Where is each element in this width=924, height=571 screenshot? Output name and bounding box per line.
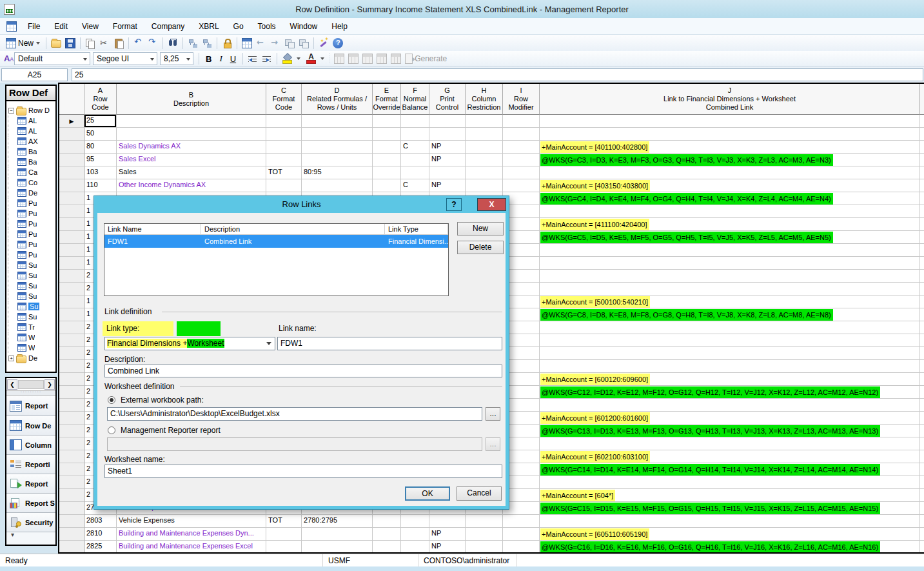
italic-button[interactable]: I: [215, 54, 226, 64]
wizard-wand-icon[interactable]: [317, 37, 331, 50]
cell-G[interactable]: NP: [429, 541, 466, 554]
row-header-cell[interactable]: [59, 463, 84, 476]
cell-J[interactable]: [540, 360, 920, 373]
row-header-cell[interactable]: [59, 244, 84, 257]
redo-icon[interactable]: [146, 37, 160, 50]
cell-E[interactable]: [373, 179, 401, 192]
nav-options-chevron[interactable]: [6, 532, 55, 542]
nav-button-report-s[interactable]: Report S: [6, 493, 55, 512]
cell-A[interactable]: 80: [84, 141, 117, 154]
cell-C[interactable]: [266, 128, 302, 141]
cell-F[interactable]: [401, 541, 429, 554]
menu-go[interactable]: Go: [226, 19, 251, 34]
style-combo-dropdown-icon[interactable]: [83, 58, 87, 61]
cell-G[interactable]: [429, 166, 466, 179]
font-combo[interactable]: Segoe UI: [93, 52, 157, 65]
cell-G[interactable]: NP: [429, 141, 466, 154]
cell-G[interactable]: NP: [429, 154, 466, 166]
cell-I[interactable]: [503, 515, 540, 528]
column-header-E[interactable]: EFormatOverride: [373, 84, 401, 115]
cell-I[interactable]: [503, 528, 540, 541]
copy-icon[interactable]: [83, 37, 97, 50]
new-button[interactable]: New: [4, 37, 43, 50]
tree-item-tr-20[interactable]: Tr: [8, 322, 55, 332]
tree-item-al-1[interactable]: AL: [8, 126, 55, 136]
browse-workbook-button[interactable]: ...: [486, 407, 500, 421]
tree-root-row-definitions[interactable]: −Row D: [8, 105, 55, 115]
column-header-H[interactable]: HColumnRestriction: [466, 84, 503, 115]
cell-D[interactable]: 2780:2795: [302, 515, 373, 528]
cell-F[interactable]: [401, 515, 429, 528]
cell-J[interactable]: +MainAccount = [411100:420400]: [540, 218, 920, 231]
ok-button[interactable]: OK: [405, 486, 450, 501]
cell-A[interactable]: 25: [84, 115, 117, 128]
cell-J[interactable]: [540, 437, 920, 450]
list-item-selected[interactable]: FDW1Combined LinkFinancial Dimensi...: [104, 235, 448, 248]
description-input[interactable]: Combined Link: [104, 365, 502, 377]
row-header-cell[interactable]: [59, 270, 84, 283]
insert-row-icon[interactable]: [186, 37, 200, 50]
cell-A[interactable]: 50: [84, 128, 117, 141]
cell-G[interactable]: [429, 515, 466, 528]
cell-J[interactable]: [540, 347, 920, 360]
cell-J[interactable]: +MainAccount = [500100:540210]: [540, 296, 920, 308]
cell-F[interactable]: [401, 128, 429, 141]
cell-J[interactable]: @WKS(G=C13, I=D13, K=E13, M=F13, O=G13, …: [540, 425, 920, 437]
tree-item-w-22[interactable]: W: [8, 343, 55, 353]
tree-item-pu-8[interactable]: Pu: [8, 198, 55, 208]
menu-file[interactable]: File: [21, 19, 47, 34]
row-header-cell[interactable]: [59, 321, 84, 334]
scroll-track[interactable]: [18, 380, 44, 389]
paste-icon[interactable]: [112, 37, 126, 50]
cell-I[interactable]: [503, 128, 540, 141]
menu-tools[interactable]: Tools: [251, 19, 283, 34]
row-header-cell[interactable]: [59, 502, 84, 515]
new-link-button[interactable]: New: [457, 222, 504, 235]
cell-J[interactable]: [540, 399, 920, 412]
save-icon[interactable]: [63, 37, 77, 50]
cell-G[interactable]: NP: [429, 528, 466, 541]
formula-input[interactable]: 25: [72, 68, 923, 81]
tree-item-pu-13[interactable]: Pu: [8, 250, 55, 260]
cell-D[interactable]: [302, 141, 373, 154]
cell-H[interactable]: [466, 115, 503, 128]
cell-J[interactable]: [540, 205, 920, 218]
list-column-link-name[interactable]: Link Name: [104, 224, 201, 234]
cell-E[interactable]: [373, 541, 401, 554]
cell-J[interactable]: +MainAccount = [401100:402800]: [540, 141, 920, 154]
find-icon[interactable]: [166, 37, 180, 50]
row-links-list[interactable]: Link NameDescriptionLink TypeFDW1Combine…: [104, 223, 449, 296]
cell-G[interactable]: NP: [429, 179, 466, 192]
row-header-cell[interactable]: [59, 205, 84, 218]
cell-D[interactable]: [302, 528, 373, 541]
row-header-cell[interactable]: [59, 308, 84, 321]
dimensions-icon[interactable]: [240, 37, 254, 50]
underline-button[interactable]: U: [226, 54, 240, 64]
column-header-I[interactable]: IRowModifier: [503, 84, 540, 115]
forward-icon[interactable]: [268, 37, 282, 50]
cell-F[interactable]: [401, 528, 429, 541]
tree-item-su-19[interactable]: Su: [8, 312, 55, 322]
cell-J[interactable]: +MainAccount = [604*]: [540, 489, 920, 502]
tree-item-ax-2[interactable]: AX: [8, 136, 55, 146]
expand-icon[interactable]: +: [8, 356, 14, 361]
row-header-cell[interactable]: [59, 489, 84, 502]
dialog-close-button[interactable]: X: [477, 198, 506, 211]
row-header-cell[interactable]: [59, 166, 84, 179]
row-header-cell[interactable]: [59, 360, 84, 373]
scroll-right-icon[interactable]: ❯: [44, 379, 55, 390]
nav-splitter-handle[interactable]: ·········: [6, 391, 55, 396]
font-combo-dropdown-icon[interactable]: [150, 58, 154, 61]
row-header-cell[interactable]: [59, 179, 84, 192]
cell-F[interactable]: [401, 166, 429, 179]
delete-link-button[interactable]: Delete: [457, 241, 504, 254]
cell-F[interactable]: C: [401, 179, 429, 192]
cell-J[interactable]: [540, 244, 920, 257]
external-workbook-radio[interactable]: [108, 396, 115, 404]
font-color-button[interactable]: [304, 52, 318, 65]
cell-I[interactable]: [503, 154, 540, 166]
cell-C[interactable]: TOT: [266, 515, 302, 528]
cell-J[interactable]: [540, 166, 920, 179]
cell-J[interactable]: @WKS(G=C12, I=D12, K=E12, M=F12, O=G12, …: [540, 386, 920, 399]
cell-D[interactable]: [302, 128, 373, 141]
